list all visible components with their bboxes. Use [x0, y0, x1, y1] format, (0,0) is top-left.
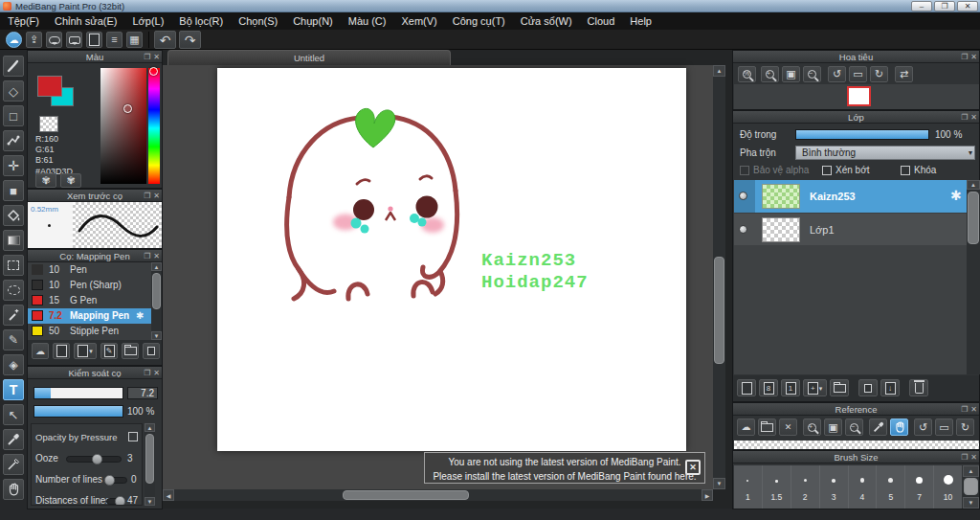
brush-size-cell[interactable]: 4: [849, 465, 878, 509]
number-of-lines-slider[interactable]: [104, 477, 127, 484]
control-point-tool-button[interactable]: [3, 130, 24, 151]
reference-clear-button[interactable]: ✕: [779, 418, 797, 436]
menu-cong-cu[interactable]: Công cụ(T): [445, 12, 513, 30]
distances-of-lines-slider[interactable]: [106, 498, 125, 505]
fill-tool-button[interactable]: ■: [3, 180, 24, 201]
close-panel-icon[interactable]: ✕: [153, 370, 160, 377]
brush-row-selected[interactable]: 7.2 Mapping Pen ✱: [28, 308, 151, 324]
canvas-tab[interactable]: Untitled: [167, 50, 451, 65]
brush-size-slider[interactable]: [33, 387, 123, 399]
close-panel-icon[interactable]: ✕: [970, 54, 977, 61]
operation-tool-button[interactable]: ↖: [3, 404, 24, 425]
message-button[interactable]: [66, 32, 82, 48]
select-eraser-tool-button[interactable]: ◈: [3, 354, 24, 375]
reference-cloud-button[interactable]: ☁: [737, 418, 755, 436]
scroll-up-icon[interactable]: ▲: [145, 423, 155, 432]
menu-chinh-sua[interactable]: Chỉnh sửa(E): [47, 12, 124, 30]
reference-rotate-left-button[interactable]: ↺: [914, 418, 932, 436]
hand-tool-button[interactable]: [3, 479, 24, 500]
flip-view-button[interactable]: ⇄: [895, 66, 913, 82]
layer-visibility-toggle[interactable]: [739, 225, 747, 234]
navigator-view-rect[interactable]: [847, 86, 871, 106]
eyedropper-tool-button[interactable]: [3, 429, 24, 450]
brush-size-cell[interactable]: 10: [934, 465, 962, 509]
scrollbar-thumb[interactable]: [152, 273, 161, 309]
document-button[interactable]: [86, 32, 102, 48]
notification-close-button[interactable]: ✕: [685, 460, 701, 475]
menu-cloud[interactable]: Cloud: [580, 12, 623, 30]
close-panel-icon[interactable]: ✕: [970, 454, 977, 462]
lock-checkbox[interactable]: [901, 166, 910, 175]
brush-size-cell[interactable]: 5: [877, 465, 905, 509]
menu-chup[interactable]: Chụp(N): [285, 12, 341, 30]
reference-zoom-in-button[interactable]: +: [803, 418, 821, 436]
hue-slider[interactable]: [148, 68, 160, 184]
brush-edit-button[interactable]: ✎: [100, 343, 118, 359]
reference-hand-button[interactable]: [890, 418, 908, 436]
brush-size-cell[interactable]: 2: [791, 465, 820, 509]
scroll-right-icon[interactable]: ▶: [702, 489, 713, 501]
brush-duplicate-button[interactable]: [143, 343, 160, 359]
rotate-left-button[interactable]: ↺: [828, 66, 846, 82]
layer-folder-button[interactable]: [830, 379, 849, 396]
reference-reset-button[interactable]: ▭: [935, 418, 953, 436]
blend-mode-select[interactable]: Bình thường ▾: [795, 146, 975, 160]
delete-layer-button[interactable]: [909, 379, 928, 396]
canvas-document[interactable]: Kaizn253 Hoidap247: [217, 68, 686, 451]
menu-cua-so[interactable]: Cửa sổ(W): [513, 12, 580, 30]
scrollbar-thumb[interactable]: [145, 434, 154, 484]
layer-opacity-slider[interactable]: [795, 129, 929, 140]
brush-control-scrollbar[interactable]: ▲ ▼: [145, 423, 155, 506]
brush-cloud-download-button[interactable]: ☁: [32, 343, 49, 359]
restore-button[interactable]: ❐: [934, 1, 955, 11]
saturation-value-picker[interactable]: [100, 68, 146, 184]
rotate-right-button[interactable]: ↻: [870, 66, 888, 82]
scrollbar-thumb[interactable]: [343, 490, 469, 500]
brush-list-scrollbar[interactable]: ▲ ▼: [151, 262, 162, 340]
scrollbar-thumb[interactable]: [968, 192, 979, 244]
scroll-down-icon[interactable]: ▼: [145, 497, 155, 506]
close-panel-icon[interactable]: ✕: [970, 114, 977, 122]
rectangle-tool-button[interactable]: □: [3, 105, 24, 126]
brush-row[interactable]: 15 G Pen: [28, 293, 151, 308]
close-panel-icon[interactable]: ✕: [153, 192, 160, 200]
add-1bit-layer-button[interactable]: 1: [781, 379, 800, 396]
scroll-up-icon[interactable]: ▲: [967, 180, 980, 190]
scroll-up-icon[interactable]: ▲: [151, 262, 162, 271]
alpha-lock-checkbox[interactable]: [740, 166, 749, 175]
reset-rotation-button[interactable]: ▭: [849, 66, 867, 82]
popout-icon[interactable]: ❐: [144, 370, 150, 377]
add-layer-button[interactable]: [737, 379, 756, 396]
reference-fit-button[interactable]: ▣: [824, 418, 842, 436]
clipping-checkbox[interactable]: [822, 166, 832, 175]
merge-layer-button[interactable]: ↓: [880, 379, 900, 396]
brush-size-scrollbar[interactable]: ▲ ▼: [963, 465, 979, 509]
close-panel-icon[interactable]: ✕: [153, 253, 160, 260]
transparent-color-swatch[interactable]: [39, 116, 58, 132]
foreground-color-swatch[interactable]: [37, 76, 62, 97]
menu-tep[interactable]: Tệp(F): [0, 12, 47, 30]
popout-icon[interactable]: ❐: [144, 192, 150, 200]
fit-to-screen-button[interactable]: ▣: [782, 66, 800, 82]
magic-wand-tool-button[interactable]: [3, 305, 24, 326]
reference-rotate-right-button[interactable]: ↻: [956, 418, 974, 436]
text-tool-button[interactable]: T: [3, 379, 24, 400]
brush-add-from-canvas-button[interactable]: ▾: [74, 343, 97, 359]
gradient-tool-button[interactable]: [3, 230, 24, 251]
layer-row[interactable]: Lớp1: [734, 213, 967, 245]
brush-tool-button[interactable]: [3, 56, 24, 77]
brush-size-value[interactable]: 7.2: [127, 387, 158, 399]
popout-icon[interactable]: ❐: [961, 114, 968, 122]
zoom-out-button[interactable]: −: [803, 66, 821, 82]
bucket-tool-button[interactable]: [3, 205, 24, 226]
menu-help[interactable]: Help: [622, 12, 659, 30]
brush-add-button[interactable]: [53, 343, 70, 359]
close-panel-icon[interactable]: ✕: [970, 406, 977, 414]
minimize-button[interactable]: –: [911, 1, 932, 11]
slider-knob[interactable]: [115, 496, 125, 506]
brush-row[interactable]: 10 Pen (Sharp): [28, 278, 151, 293]
brush-size-cell[interactable]: 3: [820, 465, 849, 509]
menu-chon[interactable]: Chọn(S): [231, 12, 285, 30]
menu-bo-loc[interactable]: Bộ lọc(R): [171, 12, 231, 30]
canvas-horizontal-scrollbar[interactable]: ◀ ▶: [163, 489, 713, 501]
